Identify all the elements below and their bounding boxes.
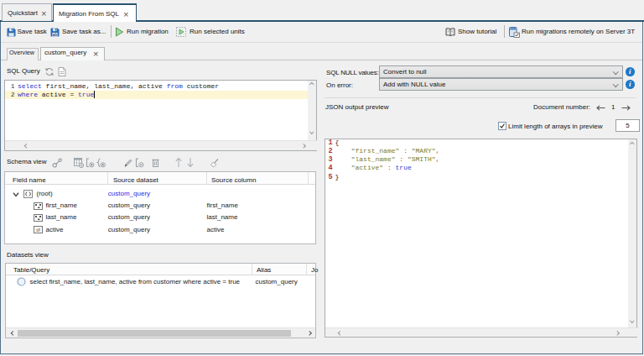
svg-text:ab: ab (53, 32, 58, 37)
svg-text:t/f: t/f (36, 228, 40, 233)
